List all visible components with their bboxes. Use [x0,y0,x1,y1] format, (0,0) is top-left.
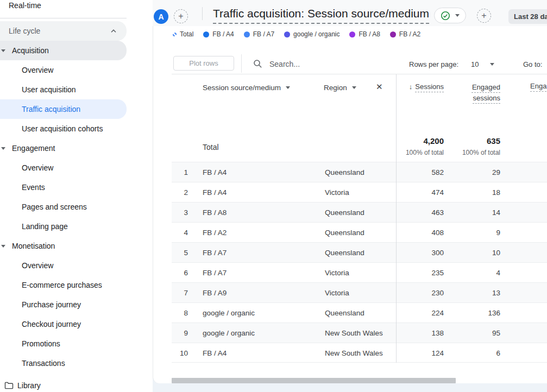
legend-label: FB / A8 [359,30,380,38]
legend-item-fb-a8: FB / A8 [349,30,380,38]
table-body: 1FB / A4Queensland582292FB / A4Victoria4… [172,162,547,363]
sidebar-item-pages-and-screens[interactable]: Pages and screens [0,197,127,217]
report-card: TotalFB / A4FB / A7google / organicFB / … [153,26,547,383]
cell-row-index: 6 [172,269,188,277]
sidebar-item-real-time[interactable]: Real-time [9,1,41,10]
sidebar-item-label: Overview [22,163,53,172]
legend-label: google / organic [293,30,339,38]
cell-row-index: 8 [172,309,188,317]
sidebar-item-label: Overview [22,66,53,74]
total-sessions-value: 4,200 [423,136,444,146]
sidebar-item-purchase-journey[interactable]: Purchase journey [0,295,127,314]
cell-row-index: 7 [172,289,188,297]
legend-label: FB / A4 [212,30,234,38]
sidebar-item-label: Promotions [22,339,60,348]
cell-row-index: 10 [172,349,188,357]
page-title: Traffic acquisition: Session source/medi… [213,7,429,24]
rows-per-page-select[interactable]: 10 [471,60,479,68]
sidebar-item-label: Monetisation [12,242,55,250]
add-report-button[interactable]: + [477,9,491,23]
sidebar-item-events[interactable]: Events [0,178,127,197]
column-header-sessions[interactable]: ↓Sessions [409,83,444,91]
column-header-engagement-partial[interactable]: Enga [530,82,546,90]
cell-sessions: 582 [431,168,444,176]
column-header-region[interactable]: Region [324,84,356,92]
cell-row-index: 9 [172,329,188,337]
legend-item-google-organic: google / organic [284,30,339,38]
sidebar-item-e-commerce-purchases[interactable]: E-commerce purchases [0,275,127,295]
plot-rows-button[interactable]: Plot rows [173,56,234,71]
sidebar-item-overview[interactable]: Overview [0,60,127,80]
cell-row-index: 2 [172,188,188,197]
total-engaged-share: 100% of total [462,149,500,156]
cell-region: Victoria [325,188,349,197]
sidebar-item-engagement[interactable]: Engagement [0,138,127,158]
add-comparison-button[interactable]: + [174,9,188,23]
cell-sessions: 235 [431,269,444,277]
cell-session-source-medium: FB / A8 [203,208,227,217]
sidebar-item-user-acquisition-cohorts[interactable]: User acquisition cohorts [0,119,127,138]
cell-region: Queensland [325,249,364,257]
table-column-divider [396,74,397,363]
triangle-down-icon [1,49,5,52]
date-range-selector[interactable]: Last 28 days [508,9,547,24]
remove-dimension-button[interactable]: ✕ [376,82,383,92]
check-circle-icon [441,11,450,21]
cell-engaged-sessions: 13 [492,289,500,297]
sidebar-item-monetisation[interactable]: Monetisation [0,236,127,256]
sidebar-item-traffic-acquisition[interactable]: Traffic acquisition [0,99,127,119]
cell-engaged-sessions: 29 [492,168,500,176]
go-to-page-label: Go to: [523,60,542,68]
sidebar-item-life-cycle[interactable]: Life cycle [0,21,127,41]
sidebar-item-label: Checkout journey [22,320,81,328]
sidebar-item-overview[interactable]: Overview [0,256,127,275]
cell-region: New South Wales [325,329,383,337]
total-dashed-ring-icon [173,33,177,36]
sidebar-item-promotions[interactable]: Promotions [0,334,127,353]
cell-engaged-sessions: 14 [492,208,500,217]
cell-engaged-sessions: 4 [496,269,500,277]
topbar: A + Traffic acquisition: Session source/… [153,0,547,26]
column-header-label: Session source/medium [203,84,281,92]
sidebar-item-user-acquisition[interactable]: User acquisition [0,80,127,99]
sidebar-item-label: Pages and screens [22,203,87,211]
cell-region: Queensland [325,168,364,176]
cell-sessions: 138 [431,329,444,337]
legend-label: FB / A7 [253,30,274,38]
sidebar-item-overview[interactable]: Overview [0,158,127,178]
cell-sessions: 224 [431,309,444,317]
app-root: Real-time Life cycleAcquisitionOverviewU… [0,0,547,392]
column-header-engaged-sessions[interactable]: Engaged sessions [467,82,500,104]
table-row: 5FB / A7Queensland30010 [172,242,547,262]
report-status-dropdown[interactable] [434,8,466,23]
toolbar-divider [241,54,242,73]
cell-region: Victoria [325,289,349,297]
sidebar-item-landing-page[interactable]: Landing page [0,217,127,236]
horizontal-scrollbar[interactable] [172,378,456,383]
total-sessions-share: 100% of total [406,149,444,156]
sidebar-item-acquisition[interactable]: Acquisition [0,41,127,60]
sidebar-item-label: Life cycle [9,27,40,35]
account-avatar[interactable]: A [154,9,168,24]
chevron-down-icon[interactable] [490,63,494,66]
report-title-wrap: Traffic acquisition: Session source/medi… [213,7,466,24]
sidebar-item-library[interactable]: Library [0,378,127,392]
sidebar: Real-time Life cycleAcquisitionOverviewU… [0,0,153,392]
table-toolbar: Plot rows Rows per page: 10 Go to: [172,54,547,74]
series-dot-icon [390,31,396,37]
sidebar-item-label: Library [17,381,41,390]
sidebar-item-checkout-journey[interactable]: Checkout journey [0,314,127,334]
table-row: 6FB / A7Victoria2354 [172,262,547,282]
table-row: 2FB / A4Victoria47418 [172,182,547,202]
cell-sessions: 474 [431,188,444,197]
search-input[interactable] [269,58,378,71]
cell-region: Queensland [325,229,364,237]
sidebar-item-transactions[interactable]: Transactions [0,353,127,373]
cell-sessions: 124 [431,349,444,357]
column-header-label: Sessions [415,83,444,91]
cell-region: Queensland [325,208,364,217]
table-row: 1FB / A4Queensland58229 [172,162,547,182]
series-dot-icon [284,31,290,37]
cell-region: Queensland [325,309,364,317]
column-header-session-source-medium[interactable]: Session source/medium [203,84,290,92]
